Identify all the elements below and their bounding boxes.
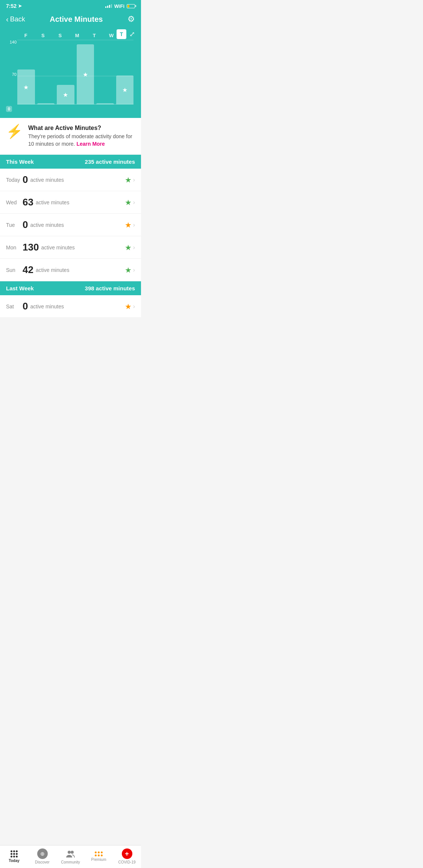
zero-label: 0 xyxy=(6,106,12,112)
day-unit-wed: active minutes xyxy=(36,199,125,205)
star-mon: ★ xyxy=(125,243,132,252)
day-row-tue[interactable]: Tue 0 active minutes ★ › xyxy=(0,214,141,236)
expand-icon[interactable]: ⤢ xyxy=(129,30,135,38)
status-icons: WiFi xyxy=(105,3,135,9)
learn-more-link[interactable]: Learn More xyxy=(76,141,105,147)
bar-star-friday: ★ xyxy=(23,83,29,91)
info-text: What are Active Minutes? They're periods… xyxy=(28,125,135,148)
y-label-140: 140 xyxy=(6,40,17,44)
day-actions-today: ★ › xyxy=(125,175,135,184)
battery-icon xyxy=(127,4,135,8)
this-week-total: 235 active minutes xyxy=(85,159,135,165)
chevron-sun: › xyxy=(133,267,135,273)
bar-saturday xyxy=(37,40,55,104)
day-unit-sun: active minutes xyxy=(36,267,125,273)
day-name-today: Today xyxy=(6,177,23,183)
time-display: 7:52 xyxy=(6,3,17,9)
day-actions-sat: ★ › xyxy=(125,302,135,311)
bar-wednesday: ★ xyxy=(116,40,134,104)
bar-fill-friday: ★ xyxy=(17,69,35,104)
bar-fill-monday: ★ xyxy=(77,44,94,104)
this-week-header: This Week 235 active minutes xyxy=(0,155,141,169)
day-actions-sun: ★ › xyxy=(125,266,135,275)
day-label-t: T xyxy=(86,33,103,38)
bar-fill-wednesday: ★ xyxy=(116,75,134,104)
day-label-m: M xyxy=(69,33,86,38)
star-tue: ★ xyxy=(125,220,132,229)
day-row-sun[interactable]: Sun 42 active minutes ★ › xyxy=(0,259,141,281)
trophy-badge: T xyxy=(117,29,126,39)
day-actions-mon: ★ › xyxy=(125,243,135,252)
day-unit-tue: active minutes xyxy=(30,222,124,228)
trophy-label: T xyxy=(120,31,123,37)
bar-star-sunday: ★ xyxy=(63,91,68,98)
page-title: Active Minutes xyxy=(50,15,103,24)
chevron-tue: › xyxy=(133,222,135,228)
bar-star-monday: ★ xyxy=(83,71,88,78)
day-minutes-mon: 130 xyxy=(23,242,39,253)
back-button[interactable]: ‹ Back xyxy=(6,15,25,24)
day-row-today[interactable]: Today 0 active minutes ★ › xyxy=(0,169,141,191)
day-unit-mon: active minutes xyxy=(41,245,124,251)
info-title: What are Active Minutes? xyxy=(28,125,135,131)
day-name-mon: Mon xyxy=(6,245,23,251)
day-unit-today: active minutes xyxy=(30,177,124,183)
chevron-sat: › xyxy=(133,303,135,310)
star-sat: ★ xyxy=(125,302,132,311)
chevron-today: › xyxy=(133,177,135,183)
star-sun: ★ xyxy=(125,266,132,275)
day-unit-sat: active minutes xyxy=(30,303,124,309)
info-body: They're periods of moderate activity don… xyxy=(28,133,135,148)
last-week-header: Last Week 398 active minutes xyxy=(0,281,141,295)
settings-button[interactable]: ⚙ xyxy=(127,14,135,24)
day-row-mon[interactable]: Mon 130 active minutes ★ › xyxy=(0,236,141,259)
chart-body: 140 70 ★ xyxy=(6,40,135,112)
day-minutes-sat: 0 xyxy=(23,300,28,312)
chart-container: F S S M T W T ⤢ 140 xyxy=(6,29,135,112)
chart-bars: ★ ★ ★ xyxy=(17,40,133,104)
last-week-total: 398 active minutes xyxy=(85,285,135,291)
star-today: ★ xyxy=(125,175,132,184)
zero-line xyxy=(17,104,133,104)
bar-friday: ★ xyxy=(17,40,35,104)
signal-icon xyxy=(105,4,112,8)
day-row-wed[interactable]: Wed 63 active minutes ★ › xyxy=(0,191,141,214)
day-label-s1: S xyxy=(35,33,52,38)
day-name-sat: Sat xyxy=(6,303,23,309)
back-label: Back xyxy=(10,15,25,23)
bar-fill-sunday: ★ xyxy=(57,85,74,104)
day-name-sun: Sun xyxy=(6,267,23,273)
lightning-icon: ⚡ xyxy=(6,125,23,138)
info-card: ⚡ What are Active Minutes? They're perio… xyxy=(0,118,141,155)
y-axis-labels: 140 70 xyxy=(6,40,17,104)
last-week-label: Last Week xyxy=(6,285,34,291)
bar-sunday: ★ xyxy=(57,40,74,104)
chart-area: F S S M T W T ⤢ 140 xyxy=(0,29,141,118)
location-icon: ➤ xyxy=(18,3,22,9)
day-label-s2: S xyxy=(52,33,69,38)
bar-star-wednesday: ★ xyxy=(122,86,127,94)
y-label-70: 70 xyxy=(6,72,17,77)
day-actions-wed: ★ › xyxy=(125,198,135,207)
this-week-label: This Week xyxy=(6,159,34,165)
bar-monday: ★ xyxy=(77,40,94,104)
day-minutes-today: 0 xyxy=(23,174,28,186)
chevron-wed: › xyxy=(133,199,135,206)
chart-icons: T ⤢ xyxy=(117,29,135,39)
day-row-sat[interactable]: Sat 0 active minutes ★ › xyxy=(0,295,141,318)
status-time-area: 7:52 ➤ xyxy=(6,3,22,9)
bar-tuesday xyxy=(96,40,114,104)
star-wed: ★ xyxy=(125,198,132,207)
chevron-mon: › xyxy=(133,244,135,251)
day-minutes-wed: 63 xyxy=(23,196,33,208)
day-minutes-sun: 42 xyxy=(23,264,33,276)
day-minutes-tue: 0 xyxy=(23,219,28,231)
day-label-f: F xyxy=(17,33,35,38)
status-bar: 7:52 ➤ WiFi xyxy=(0,0,141,11)
back-chevron-icon: ‹ xyxy=(6,15,9,24)
day-actions-tue: ★ › xyxy=(125,220,135,229)
day-name-tue: Tue xyxy=(6,222,23,228)
header: ‹ Back Active Minutes ⚙ xyxy=(0,11,141,29)
day-name-wed: Wed xyxy=(6,199,23,205)
chart-day-labels: F S S M T W xyxy=(17,29,120,38)
